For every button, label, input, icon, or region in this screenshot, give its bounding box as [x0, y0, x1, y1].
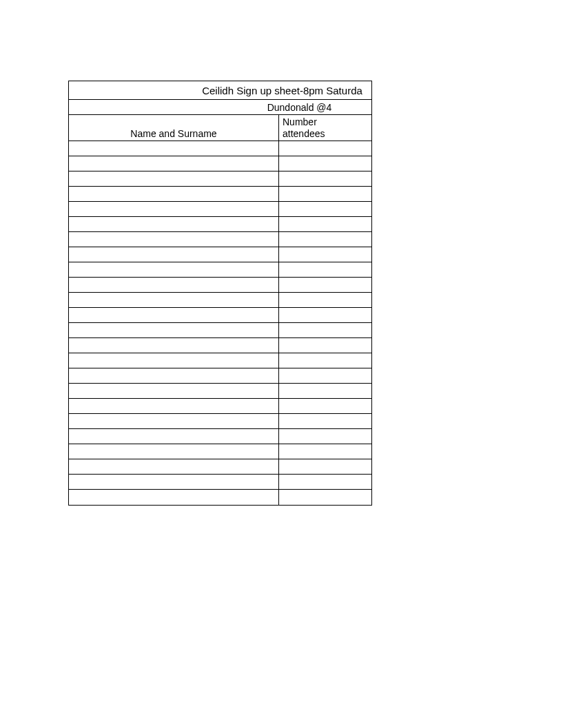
cell-name [69, 141, 279, 156]
cell-name [69, 490, 279, 505]
cell-name [69, 262, 279, 277]
cell-number [279, 278, 371, 292]
table-row [69, 278, 371, 293]
table-row [69, 368, 371, 384]
table-row [69, 141, 371, 156]
cell-name [69, 399, 279, 413]
cell-number [279, 262, 371, 277]
cell-name [69, 232, 279, 247]
table-row [69, 293, 371, 308]
table-row [69, 202, 371, 217]
table-row [69, 323, 371, 338]
cell-number [279, 414, 371, 428]
cell-name [69, 293, 279, 307]
table-row [69, 247, 371, 262]
table-row [69, 353, 371, 368]
cell-number [279, 202, 371, 216]
cell-number [279, 475, 371, 489]
table-row [69, 429, 371, 444]
cell-number [279, 459, 371, 474]
cell-name [69, 353, 279, 368]
cell-name [69, 187, 279, 201]
table-row [69, 459, 371, 475]
cell-name [69, 217, 279, 231]
cell-name [69, 202, 279, 216]
cell-number [279, 141, 371, 156]
cell-name [69, 156, 279, 171]
table-row [69, 217, 371, 232]
cell-number [279, 384, 371, 398]
sheet-subtitle: Dundonald @4 [69, 100, 371, 115]
cell-name [69, 459, 279, 474]
cell-name [69, 429, 279, 444]
cell-number [279, 490, 371, 505]
cell-number [279, 323, 371, 337]
table-row [69, 475, 371, 490]
cell-name [69, 444, 279, 459]
header-row: Name and Surname Number attendees [69, 115, 371, 141]
cell-number [279, 444, 371, 459]
table-row [69, 171, 371, 187]
cell-number [279, 156, 371, 171]
cell-name [69, 308, 279, 322]
signup-sheet: Ceilidh Sign up sheet-8pm Saturda Dundon… [68, 81, 372, 506]
cell-number [279, 217, 371, 231]
cell-number [279, 171, 371, 186]
cell-number [279, 429, 371, 444]
cell-number [279, 338, 371, 353]
table-row [69, 414, 371, 429]
table-row [69, 232, 371, 247]
cell-name [69, 338, 279, 353]
cell-number [279, 399, 371, 413]
cell-name [69, 323, 279, 337]
table-row [69, 156, 371, 171]
cell-number [279, 293, 371, 307]
table-row [69, 399, 371, 414]
table-row [69, 490, 371, 505]
sheet-title: Ceilidh Sign up sheet-8pm Saturda [69, 81, 371, 100]
cell-number [279, 353, 371, 368]
cell-number [279, 368, 371, 383]
cell-name [69, 368, 279, 383]
table-row [69, 338, 371, 353]
table-row [69, 444, 371, 459]
cell-number [279, 232, 371, 247]
cell-number [279, 187, 371, 201]
cell-number [279, 247, 371, 262]
cell-name [69, 384, 279, 398]
table-row [69, 384, 371, 399]
cell-name [69, 278, 279, 292]
cell-name [69, 247, 279, 262]
cell-number [279, 308, 371, 322]
cell-name [69, 414, 279, 428]
table-row [69, 308, 371, 323]
table-row [69, 262, 371, 278]
cell-name [69, 475, 279, 489]
col-header-number: Number attendees [279, 115, 371, 141]
col-header-name: Name and Surname [69, 115, 279, 141]
table-row [69, 187, 371, 202]
cell-name [69, 171, 279, 186]
